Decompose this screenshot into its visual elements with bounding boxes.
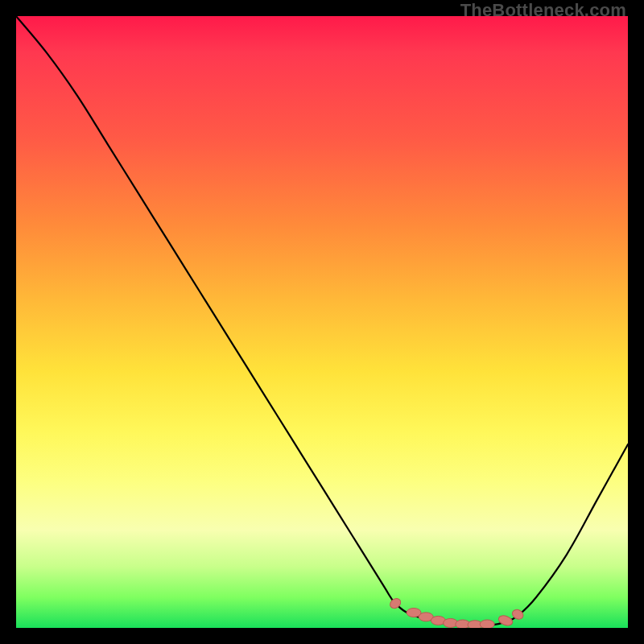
optimal-marker	[497, 614, 514, 627]
chart-frame	[16, 16, 628, 628]
optimal-range-markers	[388, 597, 525, 628]
chart-svg	[16, 16, 628, 628]
bottleneck-curve	[16, 16, 628, 625]
optimal-marker	[480, 620, 494, 628]
